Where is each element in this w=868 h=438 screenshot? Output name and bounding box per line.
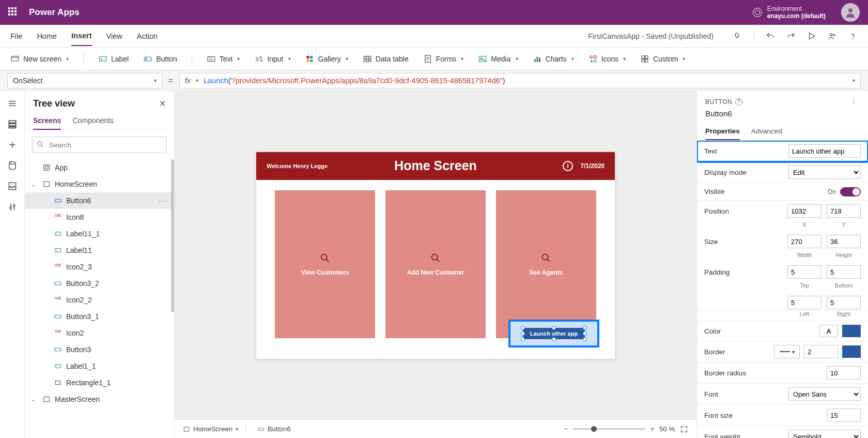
tree-view-icon[interactable] xyxy=(7,119,18,129)
label-button[interactable]: Label xyxy=(98,54,129,64)
canvas[interactable]: Welcome Henry Legge Home Screen i 7/1/20… xyxy=(175,91,696,419)
font-color-swatch[interactable]: A xyxy=(819,325,838,337)
environment-picker[interactable]: Environment enayu.com (default) xyxy=(753,5,826,20)
icons-dropdown[interactable]: Icons▾ xyxy=(588,54,626,64)
svg-point-1 xyxy=(830,33,833,36)
svg-point-33 xyxy=(10,207,11,208)
share-icon[interactable] xyxy=(828,32,837,41)
tree-search-input[interactable] xyxy=(32,137,167,153)
redo-icon[interactable] xyxy=(786,32,796,41)
undo-icon[interactable] xyxy=(766,32,775,41)
svg-rect-22 xyxy=(594,56,596,58)
prop-x-input[interactable] xyxy=(787,204,822,218)
tab-screens[interactable]: Screens xyxy=(33,116,61,130)
menu-insert[interactable]: Insert xyxy=(71,26,92,46)
tree-item-label1-1[interactable]: Label1_1 xyxy=(25,358,174,374)
prop-h-input[interactable] xyxy=(827,235,861,248)
close-tree-icon[interactable]: ✕ xyxy=(159,99,166,109)
help-icon[interactable] xyxy=(848,32,858,41)
svg-rect-25 xyxy=(645,56,648,58)
tree-item-button3-2[interactable]: Button3_2 xyxy=(25,275,174,292)
property-selector[interactable]: OnSelect ▾ xyxy=(7,73,162,88)
breadcrumb-screen[interactable]: HomeScreen▾ xyxy=(183,425,238,433)
tree-item-button6[interactable]: Button6 ··· xyxy=(25,192,174,209)
menu-view[interactable]: View xyxy=(106,27,122,46)
card-add-customer[interactable]: Add New Customer xyxy=(385,190,486,338)
media-pane-icon[interactable] xyxy=(7,181,18,191)
zoom-out-icon[interactable]: − xyxy=(564,425,568,433)
border-color-swatch[interactable] xyxy=(842,345,861,358)
tree-item-icon2-3[interactable]: Icon2_3 xyxy=(25,259,174,275)
tab-components[interactable]: Components xyxy=(72,116,113,130)
tree-item-icon8[interactable]: Icon8 xyxy=(25,209,174,225)
tree-item-label11[interactable]: Label11 xyxy=(25,242,174,259)
prop-font-select[interactable]: Open Sans xyxy=(788,387,861,401)
prop-w-input[interactable] xyxy=(787,235,822,248)
svg-point-6 xyxy=(146,58,147,59)
button-button[interactable]: Button xyxy=(143,54,177,64)
tree-app[interactable]: App xyxy=(25,159,174,176)
prop-y-input[interactable] xyxy=(827,204,861,218)
text-dropdown[interactable]: Text▾ xyxy=(207,54,240,64)
tree-item-label11-1[interactable]: Label11_1 xyxy=(25,225,174,242)
svg-rect-14 xyxy=(364,56,371,62)
tab-advanced[interactable]: Advanced xyxy=(751,123,782,140)
new-screen-button[interactable]: New screen▾ xyxy=(10,54,69,64)
prop-weight-select[interactable]: Semibold xyxy=(788,430,861,438)
breadcrumb-control[interactable]: Button6 xyxy=(257,425,291,433)
play-icon[interactable] xyxy=(807,32,816,41)
prop-pl-input[interactable] xyxy=(787,296,822,309)
prop-position-label: Position xyxy=(704,207,782,215)
prop-border-label: Border xyxy=(704,348,770,356)
prop-text-input[interactable] xyxy=(788,144,861,158)
expand-panel-icon[interactable]: 〉 xyxy=(851,96,860,107)
prop-pr-input[interactable] xyxy=(827,296,861,309)
prop-radius-input[interactable] xyxy=(827,366,861,380)
tree-item-rectangle1-1[interactable]: Rectangle1_1 xyxy=(25,374,174,391)
user-avatar[interactable] xyxy=(841,3,860,22)
custom-dropdown[interactable]: Custom▾ xyxy=(640,54,685,64)
zoom-in-icon[interactable]: + xyxy=(650,425,655,433)
data-table-label: Data table xyxy=(376,55,409,63)
prop-font-label: Font xyxy=(704,390,784,398)
card-view-customers[interactable]: View Customers xyxy=(275,190,375,338)
input-dropdown[interactable]: Input▾ xyxy=(254,54,290,64)
menu-home[interactable]: Home xyxy=(37,27,57,46)
formula-input[interactable]: fx▾ Launch("/providers/Microsoft.PowerAp… xyxy=(179,73,861,88)
tree-item-button3[interactable]: Button3 xyxy=(25,341,174,358)
prop-pt-input[interactable] xyxy=(787,265,822,279)
tree-item-button3-1[interactable]: Button3_1 xyxy=(25,308,174,325)
hamburger-icon[interactable] xyxy=(7,98,18,109)
menu-action[interactable]: Action xyxy=(137,27,158,46)
fill-color-swatch[interactable] xyxy=(842,325,861,337)
launch-other-app-button[interactable]: Launch other app xyxy=(523,328,585,339)
prop-display-select[interactable]: Edit xyxy=(788,165,861,179)
data-table-button[interactable]: Data table xyxy=(363,54,409,64)
border-style-select[interactable]: ▾ xyxy=(774,345,800,358)
prop-pb-input[interactable] xyxy=(827,265,861,279)
help-badge-icon[interactable]: ? xyxy=(735,98,742,105)
insert-pane-icon[interactable] xyxy=(7,140,18,150)
tree-item-icon2-2[interactable]: Icon2_2 xyxy=(25,292,174,308)
tree-homescreen[interactable]: ⌄ HomeScreen xyxy=(25,176,174,192)
gallery-dropdown[interactable]: Gallery▾ xyxy=(305,54,348,64)
app-checker-icon[interactable] xyxy=(733,32,742,41)
zoom-slider[interactable] xyxy=(573,428,645,430)
tree-item-icon2[interactable]: Icon2 xyxy=(25,325,174,341)
charts-dropdown[interactable]: Charts▾ xyxy=(533,54,574,64)
prop-border-width[interactable] xyxy=(804,345,838,358)
svg-point-23 xyxy=(594,59,596,62)
data-icon[interactable] xyxy=(7,160,18,171)
menu-file[interactable]: File xyxy=(10,27,22,46)
prop-fontsize-input[interactable] xyxy=(827,409,861,422)
tree-masterscreen[interactable]: ⌄ MasterScreen xyxy=(25,391,174,407)
fit-to-screen-icon[interactable] xyxy=(680,425,688,433)
forms-dropdown[interactable]: Forms▾ xyxy=(423,54,464,64)
more-icon[interactable]: ··· xyxy=(159,197,168,205)
card-see-agents[interactable]: See Agents xyxy=(496,190,596,338)
tab-properties[interactable]: Properties xyxy=(705,123,740,140)
tools-icon[interactable] xyxy=(7,202,18,212)
waffle-icon[interactable] xyxy=(8,7,19,18)
visible-toggle[interactable] xyxy=(840,187,861,197)
media-dropdown[interactable]: Media▾ xyxy=(478,54,518,64)
